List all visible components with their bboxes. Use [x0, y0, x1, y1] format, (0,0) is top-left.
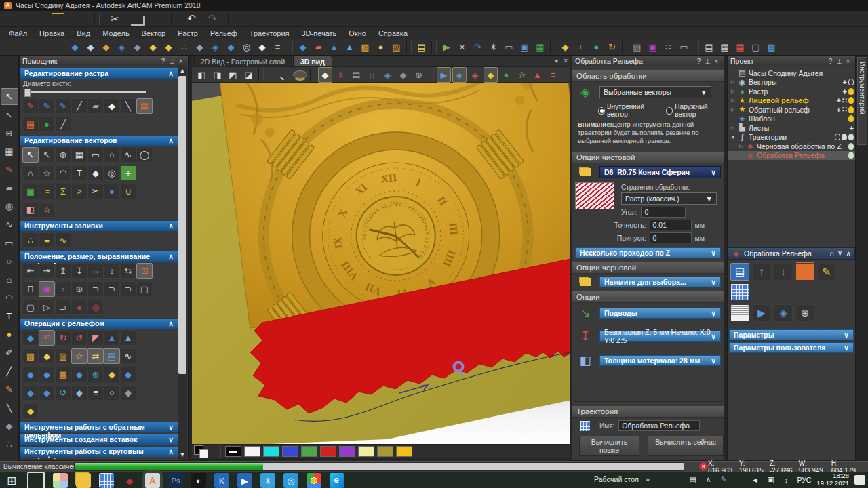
home-icon[interactable]: ⌂	[829, 249, 833, 258]
expand-icon[interactable]: ▷	[730, 98, 736, 103]
help-icon[interactable]: ?	[159, 58, 167, 65]
section-raster-header[interactable]: Редактирование растра∧	[20, 68, 178, 79]
texture-flow-tool[interactable]: ▩	[55, 367, 71, 382]
melt-relief-tool[interactable]: ◆	[39, 348, 55, 364]
pin-icon[interactable]: ⊥	[835, 58, 844, 65]
relief-blob-icon[interactable]: ●	[374, 39, 388, 55]
polygon-tool[interactable]: ⌂	[1, 271, 18, 288]
menu-item-Рельеф[interactable]: Рельеф	[204, 29, 243, 37]
section-fill-header[interactable]: Инструменты заливки∧	[20, 221, 178, 231]
people-app[interactable]	[53, 473, 68, 488]
visibility-bulb-icon[interactable]	[835, 134, 840, 140]
dots-box-icon[interactable]: ∷	[661, 39, 675, 55]
paint-line-tool[interactable]: ╱	[71, 98, 87, 114]
add-icon[interactable]: +	[837, 106, 841, 114]
expand-icon[interactable]: ▷	[730, 89, 736, 94]
section-inlay-header[interactable]: Инструменты создания вставок∨	[20, 434, 178, 445]
save-toolpath-icon[interactable]: ▤	[730, 263, 749, 281]
tree-item-Листы[interactable]: ▷▙Листы+	[728, 123, 855, 133]
assistant-scrollbar[interactable]: ▲ ▼	[178, 66, 187, 460]
swatch-white[interactable]	[244, 446, 260, 457]
model-dot-icon[interactable]: ∴	[177, 39, 191, 55]
create-circle-tool[interactable]: ○	[104, 147, 120, 163]
zero-relief-tool[interactable]: ◆	[22, 330, 39, 346]
square-corner-tool[interactable]: ▢	[136, 281, 153, 297]
smooth-relief-tool[interactable]: ◆	[22, 367, 39, 382]
magenta-box-icon[interactable]: ▣	[646, 39, 660, 55]
edge-app[interactable]	[330, 473, 344, 488]
play-icon[interactable]: ▶	[439, 39, 454, 55]
tab-3d-view[interactable]: 3D вид	[293, 56, 332, 66]
preview-relief-layer-icon[interactable]: ◈	[380, 67, 395, 83]
color-grid-icon[interactable]: ▩	[764, 39, 778, 55]
model-gold-icon[interactable]: ◆	[99, 39, 113, 55]
spiral-tool[interactable]: ◎	[87, 300, 104, 315]
zoom-objects-icon[interactable]: ☆	[515, 67, 529, 83]
relief-white-icon[interactable]: ◆	[255, 39, 269, 55]
tree-item-Лицевой рельеф[interactable]: ▷★Лицевой рельеф+∷	[728, 96, 855, 106]
relief-ring-icon[interactable]: ◎	[239, 39, 254, 55]
relief-peaks-icon[interactable]: ▲	[342, 39, 357, 55]
swatch-cyan[interactable]	[263, 446, 279, 457]
greyscale-preview-icon[interactable]: ◆	[396, 67, 410, 83]
feather-tool[interactable]: ✐	[1, 344, 18, 361]
position-tool[interactable]: П	[22, 281, 39, 297]
menu-item-Файл[interactable]: Файл	[3, 29, 33, 37]
brush-tool[interactable]: ✎	[1, 381, 18, 398]
save-icon[interactable]	[73, 14, 86, 24]
close-icon[interactable]: ×	[844, 58, 852, 65]
symmetry-paint-tool[interactable]: ●	[39, 117, 55, 132]
round-corner-1-tool[interactable]: ⊃	[87, 281, 104, 297]
tree-item-Часы Сподину Адыгея[interactable]: ▤Часы Сподину Адыгея	[728, 68, 855, 78]
roller-icon[interactable]: ▭	[677, 39, 691, 55]
relief-envelope-tool[interactable]: ∿	[120, 348, 136, 364]
rectangle-tool[interactable]: ▭	[1, 235, 18, 251]
vector-select-dropdown[interactable]: Выбранные векторы▼	[599, 86, 711, 98]
calculator-app[interactable]	[99, 473, 114, 488]
expand-icon[interactable]: ▷	[730, 107, 736, 113]
relief-arrow-icon[interactable]: ◈	[208, 39, 222, 55]
create-rectangle-tool[interactable]: ▭	[87, 147, 104, 163]
paste-icon[interactable]	[150, 14, 163, 24]
cross-icon[interactable]: ×	[455, 39, 469, 55]
stop-icon[interactable]: ×	[699, 462, 708, 471]
pencil-tool[interactable]: ✎	[1, 161, 18, 178]
emboss-tool[interactable]: ●	[104, 184, 120, 199]
simulate-block-icon[interactable]: ◈	[774, 304, 793, 322]
visibility-bulb-icon[interactable]	[848, 79, 854, 85]
blank-toggle-icon[interactable]: ▯	[365, 67, 379, 83]
tolerance-input[interactable]: 0.01	[650, 220, 692, 230]
relief-eraser-icon[interactable]: ▰	[311, 39, 326, 55]
draw-plane-toggle-icon[interactable]: ◆	[318, 67, 332, 83]
expand-icon[interactable]: ▷	[730, 79, 736, 85]
triangle-corner-tool[interactable]: ▷	[39, 300, 55, 315]
notification-center-icon[interactable]	[854, 475, 865, 485]
small-relief-tool[interactable]: ◆	[71, 385, 87, 401]
hatch-fill-red-tool[interactable]: ●	[71, 300, 87, 315]
scrollbar-thumb[interactable]	[178, 76, 186, 374]
visibility-bulb-icon[interactable]	[848, 152, 854, 159]
sphere-icon[interactable]: ●	[589, 39, 604, 55]
redo-icon[interactable]: ↷	[205, 11, 220, 26]
new-model-icon[interactable]: ◆	[68, 39, 82, 55]
model-light-icon[interactable]: ◆	[146, 39, 160, 55]
viewport-3d[interactable]: XIIIIIIIIIIIIVVIVIIVIIIIXXXI РЕСПУБЛИКА …	[192, 83, 570, 444]
back-relief-view-icon[interactable]: ◈	[468, 67, 482, 83]
angle-relief-tool[interactable]: ◤	[87, 330, 104, 346]
tree-item-Траектории[interactable]: ▼∫Траектории	[728, 133, 855, 142]
iso-view-2-icon[interactable]: ◨	[210, 67, 224, 83]
tree-item-Шаблон[interactable]: ★Шаблон	[728, 115, 855, 124]
browser-ring-app[interactable]: ◎	[283, 473, 298, 488]
page-icon[interactable]: ▤	[414, 39, 429, 55]
rotary-relief-tool[interactable]: ◆	[71, 458, 87, 460]
round-corner-3-tool[interactable]: ⊃	[120, 281, 136, 297]
tray-news-icon[interactable]: ▤	[687, 472, 698, 487]
parameters-bar[interactable]: Параметры∨	[729, 329, 854, 340]
create-polygon-tool[interactable]: ⌂	[22, 165, 39, 181]
multi-colour-shade-icon[interactable]: ≡	[546, 67, 560, 83]
new-file-icon[interactable]	[31, 13, 45, 24]
tree-item-Обработка Рельефа[interactable]: ◈Обработка Рельефа	[728, 151, 855, 161]
menu-item-Справка[interactable]: Справка	[372, 29, 414, 37]
tray-network-icon[interactable]: ▣	[765, 472, 776, 487]
rgb-grid-icon[interactable]: ▦	[733, 39, 747, 55]
